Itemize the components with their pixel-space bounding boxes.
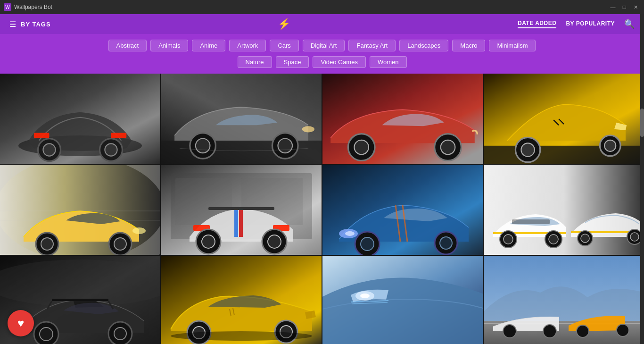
sort-popularity-button[interactable]: BY POPULARITY bbox=[566, 20, 615, 28]
tag-video-games[interactable]: Video Games bbox=[313, 56, 366, 68]
header-right: DATE ADDED BY POPULARITY 🔍 bbox=[518, 19, 635, 29]
tag-nature[interactable]: Nature bbox=[238, 56, 272, 68]
titlebar-controls[interactable]: — □ ✕ bbox=[608, 2, 640, 12]
scrollbar-track bbox=[640, 14, 644, 344]
tag-macro[interactable]: Macro bbox=[452, 40, 485, 51]
app-icon: W bbox=[4, 3, 11, 11]
heart-icon: ♥ bbox=[17, 317, 24, 330]
titlebar: W Wallpapers Bot — □ ✕ bbox=[0, 0, 644, 14]
search-icon[interactable]: 🔍 bbox=[624, 19, 635, 29]
by-tags-label: BY TAGS bbox=[21, 21, 51, 28]
close-button[interactable]: ✕ bbox=[631, 2, 640, 12]
hamburger-icon[interactable]: ☰ bbox=[9, 20, 16, 29]
grid-item-corvette-side[interactable] bbox=[161, 74, 322, 164]
header-center: ⚡ bbox=[278, 18, 290, 30]
grid-item-mustang[interactable] bbox=[0, 165, 160, 255]
grid-item-opel[interactable] bbox=[484, 165, 644, 255]
header-left: ☰ BY TAGS bbox=[9, 20, 51, 29]
tag-women[interactable]: Women bbox=[370, 56, 407, 68]
svg-text:W: W bbox=[5, 5, 10, 10]
grid-item-ford-gt[interactable] bbox=[322, 165, 483, 255]
grid-item-lamborghini-yellow-side[interactable] bbox=[161, 256, 322, 344]
tag-space[interactable]: Space bbox=[276, 56, 309, 68]
lightning-icon: ⚡ bbox=[278, 18, 290, 30]
tag-animals[interactable]: Animals bbox=[150, 40, 188, 51]
tag-digital-art[interactable]: Digital Art bbox=[303, 40, 345, 51]
grid-item-lamborghini-yellow[interactable] bbox=[484, 74, 644, 164]
titlebar-title: Wallpapers Bot bbox=[14, 4, 52, 10]
maximize-button[interactable]: □ bbox=[619, 2, 629, 12]
tag-fantasy-art[interactable]: Fantasy Art bbox=[348, 40, 396, 51]
scrollbar-thumb[interactable] bbox=[640, 109, 644, 137]
header: ☰ BY TAGS ⚡ DATE ADDED BY POPULARITY 🔍 bbox=[0, 14, 644, 34]
tags-row-1: Abstract Animals Anime Artwork Cars Digi… bbox=[108, 40, 536, 51]
tag-minimalism[interactable]: Minimalism bbox=[489, 40, 536, 51]
tag-abstract[interactable]: Abstract bbox=[108, 40, 147, 51]
tag-cars[interactable]: Cars bbox=[270, 40, 298, 51]
titlebar-left: W Wallpapers Bot bbox=[4, 3, 52, 11]
grid-item-car-headlights[interactable] bbox=[322, 256, 483, 344]
image-grid bbox=[0, 74, 644, 344]
grid-item-bmw-m4[interactable] bbox=[161, 165, 322, 255]
sort-date-button[interactable]: DATE ADDED bbox=[518, 20, 556, 28]
tags-bar: Abstract Animals Anime Artwork Cars Digi… bbox=[0, 34, 644, 74]
grid-item-ferrari[interactable] bbox=[322, 74, 483, 164]
grid-item-race-cars[interactable] bbox=[484, 256, 644, 344]
minimize-button[interactable]: — bbox=[608, 2, 618, 12]
tag-anime[interactable]: Anime bbox=[192, 40, 225, 51]
tag-artwork[interactable]: Artwork bbox=[229, 40, 266, 51]
favorite-button[interactable]: ♥ bbox=[8, 310, 34, 336]
tags-row-2: Nature Space Video Games Women bbox=[238, 56, 407, 68]
tag-landscapes[interactable]: Landscapes bbox=[399, 40, 448, 51]
grid-item-corvette-rear[interactable] bbox=[0, 74, 160, 164]
